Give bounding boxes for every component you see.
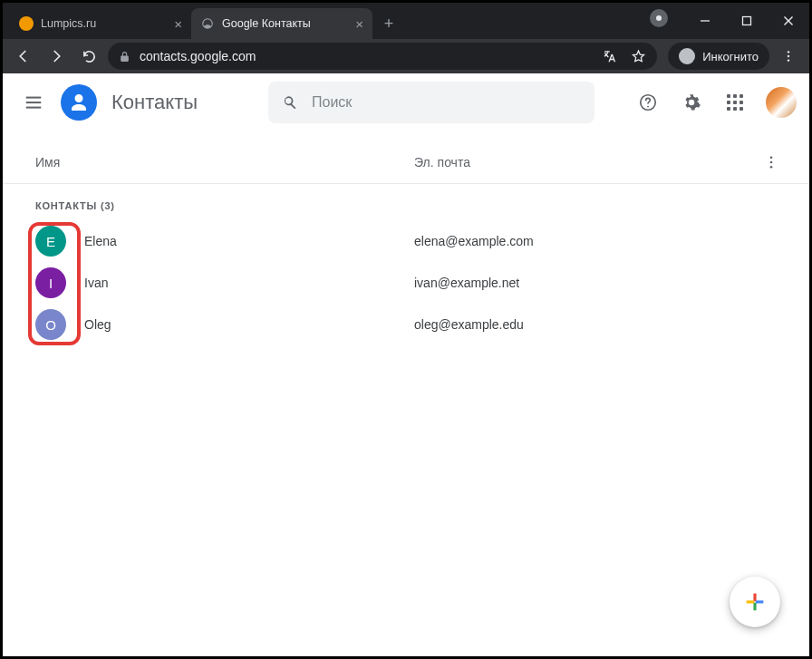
favicon-lumpics (19, 16, 34, 31)
star-icon[interactable] (631, 49, 646, 64)
contacts-logo-icon (61, 84, 97, 121)
forward-button[interactable] (43, 43, 70, 70)
svg-point-12 (770, 156, 773, 159)
google-apps-button[interactable] (717, 84, 753, 121)
omnibox[interactable]: contacts.google.com (108, 43, 657, 70)
settings-button[interactable] (673, 84, 710, 121)
section-heading: КОНТАКТЫ (3) (3, 184, 809, 220)
incognito-indicator-icon (650, 9, 668, 27)
contact-email: oleg@example.edu (414, 317, 809, 332)
svg-rect-9 (26, 107, 42, 109)
svg-point-6 (788, 59, 789, 61)
reload-button[interactable] (75, 43, 102, 70)
back-button[interactable] (10, 43, 37, 70)
svg-point-4 (788, 51, 789, 53)
browser-menu-button[interactable] (775, 49, 802, 63)
contact-name: Oleg (84, 317, 414, 332)
contacts-list: E Elena elena@example.com I Ivan ivan@ex… (3, 220, 809, 345)
url-text: contacts.google.com (140, 49, 256, 63)
titlebar: Lumpics.ru × Google Контакты × + (3, 3, 809, 39)
close-icon[interactable]: × (355, 17, 363, 31)
search-box[interactable] (268, 82, 594, 123)
contact-email: elena@example.com (414, 234, 809, 248)
main-menu-button[interactable] (15, 84, 52, 121)
svg-rect-15 (753, 594, 756, 602)
svg-point-14 (770, 165, 773, 168)
svg-point-13 (770, 160, 773, 163)
svg-rect-17 (747, 600, 755, 603)
incognito-label: Инкогнито (702, 50, 759, 63)
column-header-name: Имя (35, 155, 414, 170)
svg-point-11 (647, 106, 649, 108)
minimize-button[interactable] (684, 6, 726, 35)
contact-row[interactable]: O Oleg oleg@example.edu (3, 304, 809, 345)
tab-title: Lumpics.ru (41, 17, 96, 30)
contacts-app: Контакты Имя Эл. почта КОНТАКТЫ (3) E El… (3, 73, 809, 656)
contact-row[interactable]: E Elena elena@example.com (3, 220, 809, 262)
svg-rect-7 (26, 97, 42, 99)
close-window-button[interactable] (768, 6, 809, 35)
column-header-email: Эл. почта (414, 155, 757, 170)
svg-rect-1 (743, 17, 751, 25)
window-controls (644, 3, 809, 39)
contact-avatar: I (35, 267, 66, 298)
search-input[interactable] (312, 94, 582, 111)
translate-icon[interactable] (603, 49, 618, 64)
svg-point-5 (788, 55, 789, 57)
svg-rect-8 (26, 102, 42, 103)
browser-window: Lumpics.ru × Google Контакты × + c (0, 0, 812, 659)
app-title: Контакты (111, 91, 198, 114)
contact-avatar: O (35, 309, 66, 340)
create-contact-button[interactable] (730, 577, 780, 627)
tab-lumpics[interactable]: Lumpics.ru × (10, 8, 191, 39)
list-options-button[interactable] (757, 148, 786, 177)
favicon-contacts (200, 16, 215, 31)
address-bar: contacts.google.com Инкогнито (3, 39, 809, 73)
contact-avatar: E (35, 226, 66, 257)
new-tab-button[interactable]: + (376, 11, 401, 36)
svg-rect-16 (753, 603, 756, 611)
maximize-button[interactable] (726, 6, 768, 35)
tab-google-contacts[interactable]: Google Контакты × (191, 8, 372, 39)
close-icon[interactable]: × (174, 17, 182, 31)
contact-row[interactable]: I Ivan ivan@example.net (3, 262, 809, 304)
incognito-badge[interactable]: Инкогнито (668, 43, 769, 70)
help-button[interactable] (630, 84, 666, 121)
account-avatar[interactable] (766, 87, 797, 118)
column-header-row: Имя Эл. почта (3, 141, 809, 184)
contact-name: Elena (84, 234, 414, 248)
svg-rect-18 (756, 600, 764, 603)
app-header: Контакты (3, 73, 809, 131)
search-icon (281, 93, 299, 111)
contact-email: ivan@example.net (414, 276, 809, 290)
contact-name: Ivan (84, 276, 414, 290)
tab-title: Google Контакты (222, 17, 311, 30)
incognito-icon (679, 48, 695, 64)
lock-icon (119, 51, 130, 63)
tab-strip: Lumpics.ru × Google Контакты × + (3, 3, 644, 39)
